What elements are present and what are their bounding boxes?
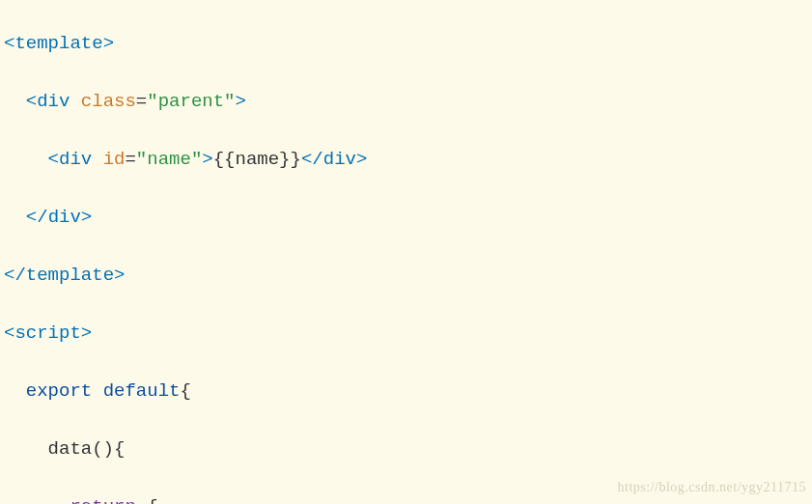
code-line: </div> <box>4 203 808 232</box>
angle: < <box>4 322 14 344</box>
attr-value: name <box>147 149 191 170</box>
indent <box>4 380 26 402</box>
code-line: <script> <box>4 319 808 348</box>
parens: () <box>92 438 114 460</box>
attr-class: class <box>81 91 136 112</box>
angle: > <box>81 322 92 344</box>
angle: > <box>81 207 92 228</box>
code-block: <template> <div class="parent"> <div id=… <box>0 0 812 504</box>
code-line: export default{ <box>4 377 808 406</box>
quote: " <box>191 149 202 170</box>
brace: { <box>114 438 125 460</box>
angle: < <box>26 91 37 112</box>
mustache-close: }} <box>279 149 301 170</box>
kw-return: return <box>70 496 135 504</box>
method-data: data <box>48 438 93 460</box>
angle: > <box>114 265 125 286</box>
code-line: <div class="parent"> <box>4 87 808 116</box>
tag-template: template <box>26 265 114 286</box>
tag-div: div <box>48 207 81 228</box>
tag-div: div <box>323 149 356 170</box>
space <box>92 149 102 170</box>
indent <box>4 207 26 228</box>
mustache-var: name <box>236 149 280 170</box>
code-line: <template> <box>4 29 808 58</box>
mustache-open: {{ <box>213 149 236 170</box>
angle: </ <box>4 265 26 286</box>
space <box>92 380 102 402</box>
equals: = <box>125 149 135 170</box>
indent <box>4 438 48 460</box>
angle: > <box>236 91 246 112</box>
angle: </ <box>301 149 323 170</box>
angle: </ <box>26 207 48 228</box>
angle: > <box>356 149 367 170</box>
angle: > <box>202 149 212 170</box>
brace: { <box>147 496 157 504</box>
watermark: https://blog.csdn.net/ygy211715 <box>618 473 806 502</box>
equals: = <box>136 91 147 112</box>
tag-script: script <box>14 322 80 344</box>
tag-template: template <box>14 33 102 54</box>
indent <box>4 496 70 504</box>
angle: < <box>48 149 59 170</box>
angle: < <box>4 33 14 54</box>
kw-default: default <box>103 380 181 402</box>
indent <box>4 91 26 112</box>
code-line: data(){ <box>4 434 808 463</box>
indent <box>4 149 48 170</box>
quote: " <box>147 91 157 112</box>
attr-id: id <box>103 149 126 170</box>
brace: { <box>180 380 190 402</box>
kw-export: export <box>26 380 92 402</box>
tag-div: div <box>37 91 70 112</box>
code-line: </template> <box>4 261 808 290</box>
code-line: <div id="name">{{name}}</div> <box>4 145 808 174</box>
quote: " <box>224 91 235 112</box>
quote: " <box>136 149 147 170</box>
space <box>136 496 147 504</box>
tag-div: div <box>59 149 92 170</box>
attr-value: parent <box>158 91 224 112</box>
angle: > <box>103 33 114 54</box>
space <box>70 91 80 112</box>
